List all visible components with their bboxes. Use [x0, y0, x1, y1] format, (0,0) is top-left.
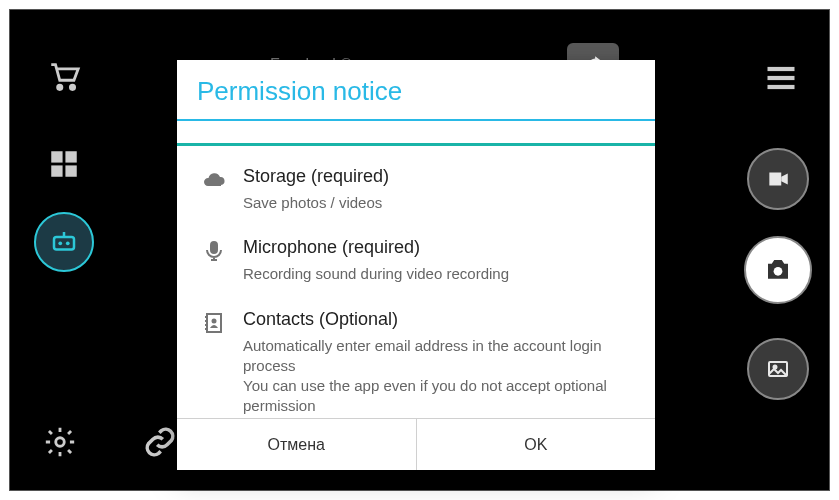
mic-icon [185, 237, 243, 284]
gear-icon [43, 425, 77, 459]
svg-rect-4 [51, 165, 62, 176]
menu-button[interactable] [763, 60, 799, 100]
cancel-button[interactable]: Отмена [177, 419, 416, 470]
grid-icon [47, 147, 81, 181]
svg-rect-16 [211, 242, 217, 253]
permission-row-storage: Storage (required) Save photos / videos [185, 166, 647, 213]
permission-title: Storage (required) [243, 166, 635, 187]
svg-rect-3 [65, 151, 76, 162]
dialog-title: Permission notice [177, 60, 655, 119]
title-divider [177, 119, 655, 121]
app-frame: Facebook® [9, 9, 830, 491]
camera-icon [763, 255, 793, 285]
permission-desc: Save photos / videos [243, 193, 635, 213]
svg-point-13 [774, 267, 783, 276]
contacts-icon [185, 309, 243, 417]
svg-rect-6 [54, 237, 74, 250]
svg-point-1 [70, 85, 74, 89]
svg-rect-2 [51, 151, 62, 162]
ok-button[interactable]: OK [417, 419, 656, 470]
svg-point-17 [212, 318, 217, 323]
svg-point-9 [56, 438, 65, 447]
svg-point-0 [58, 85, 62, 89]
settings-button[interactable] [30, 412, 90, 472]
svg-point-7 [58, 241, 62, 245]
robot-icon [49, 227, 79, 257]
permission-row-contacts: Contacts (Optional) Automatically enter … [185, 309, 647, 417]
video-icon [765, 166, 791, 192]
left-bottom-group [30, 412, 190, 472]
record-video-button[interactable] [747, 148, 809, 210]
permission-title: Microphone (required) [243, 237, 635, 258]
dialog-button-bar: Отмена OK [177, 418, 655, 470]
svg-rect-5 [65, 165, 76, 176]
hamburger-icon [763, 60, 799, 96]
permission-row-microphone: Microphone (required) Recording sound du… [185, 237, 647, 284]
cart-icon [47, 59, 81, 93]
right-toolbar [719, 10, 829, 490]
left-toolbar [10, 10, 120, 490]
svg-point-8 [66, 241, 70, 245]
link-icon [143, 425, 177, 459]
permission-dialog: Permission notice Storage (required) Sav… [177, 60, 655, 470]
dialog-content: Storage (required) Save photos / videos … [177, 146, 655, 418]
gallery-button[interactable] [747, 338, 809, 400]
permission-desc: Automatically enter email address in the… [243, 336, 635, 417]
permission-desc: Recording sound during video recording [243, 264, 635, 284]
effects-button[interactable] [34, 212, 94, 272]
apps-button[interactable] [34, 134, 94, 194]
cloud-icon [185, 166, 243, 213]
permission-title: Contacts (Optional) [243, 309, 635, 330]
image-icon [766, 357, 790, 381]
take-photo-button[interactable] [744, 236, 812, 304]
cart-button[interactable] [34, 46, 94, 106]
